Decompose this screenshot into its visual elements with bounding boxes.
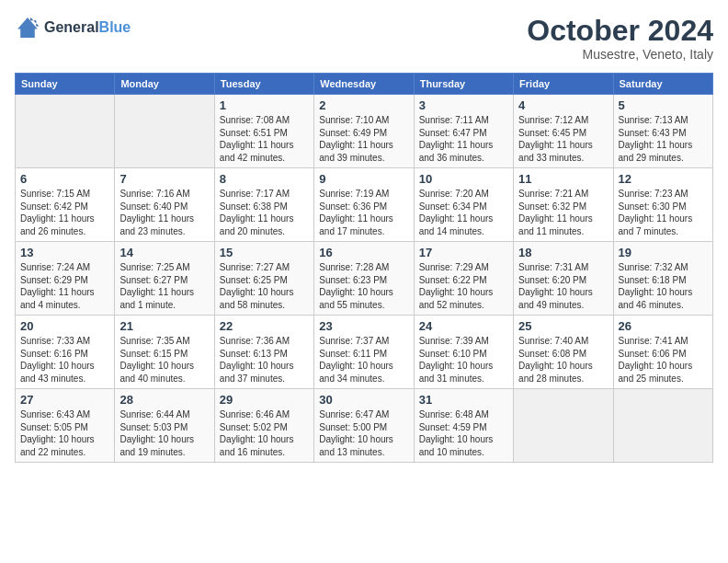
day-detail: Sunrise: 7:35 AM Sunset: 6:15 PM Dayligh… xyxy=(119,335,209,385)
day-detail: Sunrise: 7:08 AM Sunset: 6:51 PM Dayligh… xyxy=(220,114,309,164)
day-detail: Sunrise: 7:23 AM Sunset: 6:30 PM Dayligh… xyxy=(619,188,708,237)
calendar-cell: 4Sunrise: 7:12 AM Sunset: 6:45 PM Daylig… xyxy=(514,95,613,168)
calendar-cell: 14Sunrise: 7:25 AM Sunset: 6:27 PM Dayli… xyxy=(115,242,214,316)
calendar-body: 1Sunrise: 7:08 AM Sunset: 6:51 PM Daylig… xyxy=(16,95,713,463)
calendar-cell: 1Sunrise: 7:08 AM Sunset: 6:51 PM Daylig… xyxy=(214,95,313,168)
calendar-cell: 30Sunrise: 6:47 AM Sunset: 5:00 PM Dayli… xyxy=(314,389,414,463)
day-detail: Sunrise: 7:15 AM Sunset: 6:42 PM Dayligh… xyxy=(20,188,109,237)
calendar-cell: 24Sunrise: 7:39 AM Sunset: 6:10 PM Dayli… xyxy=(414,316,513,389)
day-number: 14 xyxy=(119,246,209,259)
weekday-header-monday: Monday xyxy=(115,74,214,95)
calendar-cell: 2Sunrise: 7:10 AM Sunset: 6:49 PM Daylig… xyxy=(314,95,414,168)
logo-text: GeneralBlue xyxy=(44,19,131,36)
calendar-cell: 8Sunrise: 7:17 AM Sunset: 6:38 PM Daylig… xyxy=(214,168,313,242)
day-number: 24 xyxy=(419,319,508,333)
calendar-cell: 7Sunrise: 7:16 AM Sunset: 6:40 PM Daylig… xyxy=(115,168,214,242)
calendar-cell: 16Sunrise: 7:28 AM Sunset: 6:23 PM Dayli… xyxy=(314,242,414,316)
calendar-cell xyxy=(613,389,712,463)
calendar-week-3: 13Sunrise: 7:24 AM Sunset: 6:29 PM Dayli… xyxy=(16,242,713,316)
day-detail: Sunrise: 7:13 AM Sunset: 6:43 PM Dayligh… xyxy=(619,114,708,164)
day-detail: Sunrise: 7:20 AM Sunset: 6:34 PM Dayligh… xyxy=(419,188,508,237)
day-detail: Sunrise: 7:27 AM Sunset: 6:25 PM Dayligh… xyxy=(220,261,309,311)
calendar-cell: 28Sunrise: 6:44 AM Sunset: 5:03 PM Dayli… xyxy=(115,389,214,463)
calendar-cell: 27Sunrise: 6:43 AM Sunset: 5:05 PM Dayli… xyxy=(16,389,115,463)
day-number: 25 xyxy=(518,319,608,333)
day-detail: Sunrise: 7:31 AM Sunset: 6:20 PM Dayligh… xyxy=(518,261,608,311)
calendar-cell: 31Sunrise: 6:48 AM Sunset: 4:59 PM Dayli… xyxy=(414,389,513,463)
day-detail: Sunrise: 7:41 AM Sunset: 6:06 PM Dayligh… xyxy=(619,335,708,385)
calendar-cell: 6Sunrise: 7:15 AM Sunset: 6:42 PM Daylig… xyxy=(16,168,115,242)
day-detail: Sunrise: 7:29 AM Sunset: 6:22 PM Dayligh… xyxy=(419,261,508,311)
day-number: 3 xyxy=(419,98,508,112)
page-header: GeneralBlue October 2024 Musestre, Venet… xyxy=(15,15,713,62)
logo-icon xyxy=(15,15,40,40)
day-detail: Sunrise: 6:44 AM Sunset: 5:03 PM Dayligh… xyxy=(119,408,209,458)
day-number: 4 xyxy=(518,98,608,112)
day-detail: Sunrise: 7:36 AM Sunset: 6:13 PM Dayligh… xyxy=(220,335,309,385)
day-number: 7 xyxy=(119,172,209,186)
weekday-header-tuesday: Tuesday xyxy=(214,74,313,95)
day-detail: Sunrise: 7:32 AM Sunset: 6:18 PM Dayligh… xyxy=(619,261,708,311)
day-number: 28 xyxy=(119,393,209,407)
title-block: October 2024 Musestre, Veneto, Italy xyxy=(527,15,713,62)
weekday-header-row: SundayMondayTuesdayWednesdayThursdayFrid… xyxy=(16,74,713,95)
day-detail: Sunrise: 7:19 AM Sunset: 6:36 PM Dayligh… xyxy=(319,188,408,237)
calendar-cell: 15Sunrise: 7:27 AM Sunset: 6:25 PM Dayli… xyxy=(214,242,313,316)
calendar-cell: 10Sunrise: 7:20 AM Sunset: 6:34 PM Dayli… xyxy=(414,168,513,242)
day-detail: Sunrise: 6:46 AM Sunset: 5:02 PM Dayligh… xyxy=(220,408,309,458)
day-detail: Sunrise: 7:40 AM Sunset: 6:08 PM Dayligh… xyxy=(518,335,608,385)
calendar-cell xyxy=(514,389,613,463)
calendar-cell xyxy=(16,95,115,168)
day-detail: Sunrise: 7:24 AM Sunset: 6:29 PM Dayligh… xyxy=(20,261,109,311)
calendar-cell: 26Sunrise: 7:41 AM Sunset: 6:06 PM Dayli… xyxy=(613,316,712,389)
day-number: 21 xyxy=(119,319,209,333)
calendar-cell: 9Sunrise: 7:19 AM Sunset: 6:36 PM Daylig… xyxy=(314,168,414,242)
day-number: 8 xyxy=(220,172,309,186)
day-number: 10 xyxy=(419,172,508,186)
calendar-week-2: 6Sunrise: 7:15 AM Sunset: 6:42 PM Daylig… xyxy=(16,168,713,242)
calendar-week-4: 20Sunrise: 7:33 AM Sunset: 6:16 PM Dayli… xyxy=(16,316,713,389)
day-number: 31 xyxy=(419,393,508,407)
location-subtitle: Musestre, Veneto, Italy xyxy=(527,47,713,62)
calendar-cell: 3Sunrise: 7:11 AM Sunset: 6:47 PM Daylig… xyxy=(414,95,513,168)
day-number: 2 xyxy=(319,98,408,112)
day-number: 23 xyxy=(319,319,408,333)
day-number: 16 xyxy=(319,246,408,259)
calendar-cell: 20Sunrise: 7:33 AM Sunset: 6:16 PM Dayli… xyxy=(16,316,115,389)
calendar-cell: 22Sunrise: 7:36 AM Sunset: 6:13 PM Dayli… xyxy=(214,316,313,389)
day-detail: Sunrise: 6:43 AM Sunset: 5:05 PM Dayligh… xyxy=(20,408,109,458)
day-detail: Sunrise: 7:28 AM Sunset: 6:23 PM Dayligh… xyxy=(319,261,408,311)
day-number: 6 xyxy=(20,172,109,186)
day-number: 30 xyxy=(319,393,408,407)
day-detail: Sunrise: 7:39 AM Sunset: 6:10 PM Dayligh… xyxy=(419,335,508,385)
day-number: 27 xyxy=(20,393,109,407)
calendar-cell: 11Sunrise: 7:21 AM Sunset: 6:32 PM Dayli… xyxy=(514,168,613,242)
day-number: 1 xyxy=(220,98,309,112)
day-detail: Sunrise: 7:17 AM Sunset: 6:38 PM Dayligh… xyxy=(220,188,309,237)
calendar-cell: 13Sunrise: 7:24 AM Sunset: 6:29 PM Dayli… xyxy=(16,242,115,316)
day-number: 17 xyxy=(419,246,508,259)
day-detail: Sunrise: 7:10 AM Sunset: 6:49 PM Dayligh… xyxy=(319,114,408,164)
day-detail: Sunrise: 7:16 AM Sunset: 6:40 PM Dayligh… xyxy=(119,188,209,237)
day-detail: Sunrise: 6:48 AM Sunset: 4:59 PM Dayligh… xyxy=(419,408,508,458)
weekday-header-thursday: Thursday xyxy=(414,74,513,95)
day-detail: Sunrise: 7:21 AM Sunset: 6:32 PM Dayligh… xyxy=(518,188,608,237)
calendar-cell: 12Sunrise: 7:23 AM Sunset: 6:30 PM Dayli… xyxy=(613,168,712,242)
day-number: 9 xyxy=(319,172,408,186)
day-detail: Sunrise: 7:33 AM Sunset: 6:16 PM Dayligh… xyxy=(20,335,109,385)
calendar-week-5: 27Sunrise: 6:43 AM Sunset: 5:05 PM Dayli… xyxy=(16,389,713,463)
calendar-cell: 21Sunrise: 7:35 AM Sunset: 6:15 PM Dayli… xyxy=(115,316,214,389)
day-number: 15 xyxy=(220,246,309,259)
weekday-header-sunday: Sunday xyxy=(16,74,115,95)
logo: GeneralBlue xyxy=(15,15,131,40)
day-detail: Sunrise: 6:47 AM Sunset: 5:00 PM Dayligh… xyxy=(319,408,408,458)
calendar-cell: 23Sunrise: 7:37 AM Sunset: 6:11 PM Dayli… xyxy=(314,316,414,389)
month-title: October 2024 xyxy=(527,15,713,47)
day-number: 29 xyxy=(220,393,309,407)
weekday-header-wednesday: Wednesday xyxy=(314,74,414,95)
day-number: 5 xyxy=(619,98,708,112)
day-number: 13 xyxy=(20,246,109,259)
day-number: 26 xyxy=(619,319,708,333)
day-number: 20 xyxy=(20,319,109,333)
day-detail: Sunrise: 7:11 AM Sunset: 6:47 PM Dayligh… xyxy=(419,114,508,164)
